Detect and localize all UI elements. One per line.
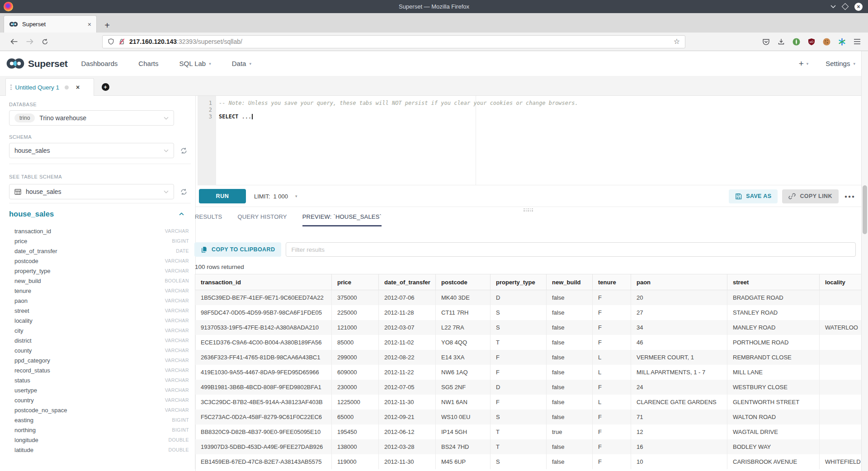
editor-line[interactable] <box>219 107 862 113</box>
chevron-up-icon <box>179 212 184 216</box>
table-header-locality[interactable]: locality <box>820 274 862 290</box>
schema-column-row[interactable]: tenureVARCHAR <box>9 286 189 296</box>
bookmark-star-icon[interactable]: ☆ <box>674 38 680 45</box>
table-cell: false <box>547 290 593 306</box>
scrollbar-thumb[interactable] <box>863 185 867 234</box>
schema-column-row[interactable]: paonVARCHAR <box>9 296 189 306</box>
table-cell: WS10 0EU <box>436 410 491 424</box>
nav-item-charts[interactable]: Charts <box>138 60 158 67</box>
schema-column-row[interactable]: statusVARCHAR <box>9 375 189 385</box>
schema-column-row[interactable]: latitudeDOUBLE <box>9 445 189 455</box>
tab-close-icon[interactable]: × <box>88 21 91 28</box>
window-minimize-button[interactable] <box>830 5 836 8</box>
superset-logo[interactable]: Superset <box>6 57 67 70</box>
results-tab-preview[interactable]: PREVIEW: `HOUSE_SALES` <box>302 213 382 226</box>
table-header-new-build[interactable]: new_build <box>547 274 593 290</box>
settings-menu-button[interactable]: Settings▾ <box>826 60 855 67</box>
hamburger-menu-icon[interactable] <box>854 38 861 45</box>
editor-line[interactable]: -- Note: Unless you save your query, the… <box>219 100 862 107</box>
editor-line[interactable]: SELECT ... <box>219 113 862 120</box>
table-header-date-of-transfer[interactable]: date_of_transfer <box>379 274 436 290</box>
refresh-table-button[interactable] <box>179 187 188 196</box>
table-header-postcode[interactable]: postcode <box>436 274 491 290</box>
schema-column-row[interactable]: priceBIGINT <box>9 236 189 246</box>
page-scrollbar[interactable] <box>861 51 868 471</box>
results-tab-results[interactable]: RESULTS <box>195 213 222 226</box>
insecure-lock-icon[interactable] <box>118 38 125 45</box>
schema-column-row[interactable]: northingBIGINT <box>9 425 189 435</box>
schema-column-row[interactable]: streetVARCHAR <box>9 306 189 316</box>
results-tab-query-history[interactable]: QUERY HISTORY <box>237 213 287 226</box>
table-header-property-type[interactable]: property_type <box>491 274 547 290</box>
schema-column-row[interactable]: record_statusVARCHAR <box>9 365 189 375</box>
nav-item-data[interactable]: Data▾ <box>232 60 251 67</box>
run-button[interactable]: RUN <box>199 189 246 203</box>
table-cell: 2012-07-05 <box>379 380 436 395</box>
schema-column-row[interactable]: property_typeVARCHAR <box>9 266 189 276</box>
sql-editor[interactable]: 123 -- Note: Unless you save your query,… <box>198 96 862 185</box>
ublock-icon[interactable]: uO <box>808 38 815 46</box>
refresh-schema-button[interactable] <box>179 146 188 155</box>
downloads-icon[interactable] <box>778 38 785 45</box>
limit-dropdown[interactable]: LIMIT: 1 000 ▾ <box>254 193 297 200</box>
table-header-price[interactable]: price <box>332 274 379 290</box>
url-bar[interactable]: 217.160.120.143:32393/superset/sqllab/ ☆ <box>102 35 685 48</box>
schema-column-row[interactable]: ppd_categoryVARCHAR <box>9 355 189 365</box>
table-cell: 20 <box>631 290 727 306</box>
schema-select[interactable]: house_sales <box>9 143 174 158</box>
add-menu-button[interactable]: +▾ <box>799 59 809 69</box>
forward-button[interactable] <box>22 38 37 45</box>
new-tab-button[interactable]: + <box>100 18 114 33</box>
more-options-button[interactable]: ●●● <box>844 194 855 199</box>
schema-column-row[interactable]: eastingBIGINT <box>9 415 189 425</box>
database-select[interactable]: trino Trino warehouse <box>9 110 174 126</box>
window-close-button[interactable]: × <box>854 3 863 11</box>
table-select[interactable]: house_sales <box>9 184 174 199</box>
table-header-paon[interactable]: paon <box>631 274 727 290</box>
schema-column-row[interactable]: transaction_idVARCHAR <box>9 226 189 236</box>
schema-column-row[interactable]: longitudeDOUBLE <box>9 435 189 445</box>
nav-item-dashboards[interactable]: Dashboards <box>81 60 118 67</box>
schema-column-row[interactable]: localityVARCHAR <box>9 316 189 325</box>
save-as-button[interactable]: SAVE AS <box>729 189 778 203</box>
privacy-badger-icon[interactable] <box>793 38 800 46</box>
schema-column-row[interactable]: date_of_transferDATE <box>9 246 189 256</box>
pane-resize-handle[interactable] <box>196 207 862 213</box>
table-cell: YO8 4QQ <box>436 335 491 350</box>
column-type: VARCHAR <box>165 387 189 393</box>
schema-column-row[interactable]: countryVARCHAR <box>9 395 189 405</box>
drag-handle-icon[interactable] <box>10 85 12 90</box>
schema-column-row[interactable]: postcodeVARCHAR <box>9 256 189 266</box>
copy-to-clipboard-button[interactable]: COPY TO CLIPBOARD <box>194 242 281 257</box>
filter-results-input[interactable] <box>286 242 856 257</box>
schema-column-row[interactable]: cityVARCHAR <box>9 325 189 335</box>
table-cell: WATERLOO <box>820 320 862 335</box>
schema-column-row[interactable]: new_buildBOOLEAN <box>9 276 189 286</box>
schema-column-row[interactable]: districtVARCHAR <box>9 335 189 345</box>
close-query-tab-icon[interactable]: × <box>76 84 80 91</box>
schema-column-row[interactable]: usertypeVARCHAR <box>9 385 189 395</box>
browser-tab[interactable]: Superset × <box>4 15 97 33</box>
table-schema-title[interactable]: house_sales <box>9 210 54 218</box>
screen: Superset — Mozilla Firefox × Superset × … <box>0 0 868 471</box>
table-header-street[interactable]: street <box>727 274 820 290</box>
window-maximize-button[interactable] <box>843 4 848 9</box>
copy-link-button[interactable]: COPY LINK <box>782 189 838 203</box>
schema-column-row[interactable]: postcode_no_spaceVARCHAR <box>9 405 189 415</box>
table-header-transaction-id[interactable]: transaction_id <box>195 274 332 290</box>
nav-item-sql-lab[interactable]: SQL Lab▾ <box>179 60 211 67</box>
cookie-icon[interactable] <box>823 38 830 46</box>
pocket-icon[interactable] <box>762 38 770 46</box>
extension-asterisk-icon[interactable] <box>838 38 846 46</box>
nav-item-label: Data <box>232 60 246 67</box>
schema-column-row[interactable]: countyVARCHAR <box>9 345 189 355</box>
query-tab[interactable]: Untitled Query 1 × <box>5 78 94 96</box>
results-table-container[interactable]: transaction_idpricedate_of_transferpostc… <box>195 274 861 471</box>
back-button[interactable] <box>6 38 22 45</box>
shield-icon[interactable] <box>108 38 114 45</box>
collapse-table-button[interactable] <box>179 212 184 216</box>
new-query-tab-button[interactable]: + <box>99 81 111 93</box>
table-row: 2636F323-FF41-4765-81DB-98CAA6A43BC12990… <box>195 350 862 365</box>
reload-button[interactable] <box>37 38 52 45</box>
table-header-tenure[interactable]: tenure <box>593 274 631 290</box>
